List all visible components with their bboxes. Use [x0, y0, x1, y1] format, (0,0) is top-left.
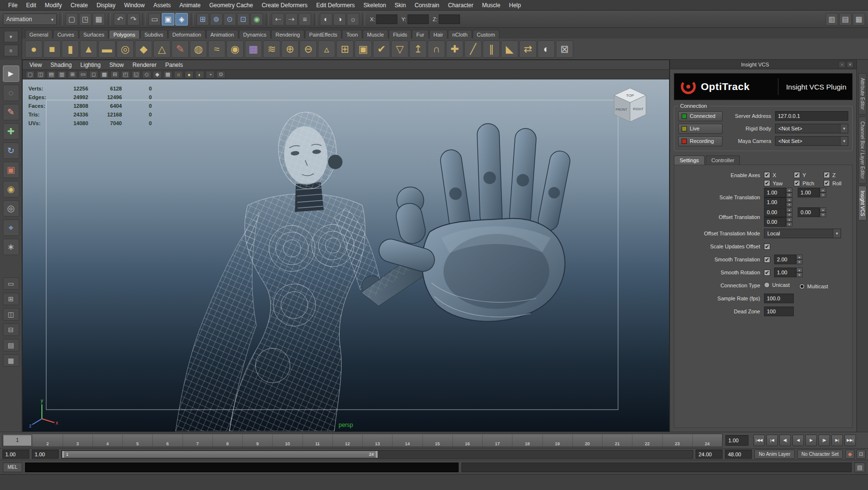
paint-select-tool-icon[interactable]: ✎ — [3, 104, 19, 120]
shelf-menu-icon[interactable]: ≡ — [4, 45, 18, 56]
viewport-menu-item[interactable]: Show — [105, 62, 128, 68]
spinner-down-icon[interactable] — [796, 259, 802, 264]
shelf-tab[interactable]: General — [25, 30, 53, 39]
booleans-icon[interactable]: ⊖ — [300, 40, 317, 58]
multicast-radio[interactable] — [799, 284, 805, 289]
plugin-tab[interactable]: Controller — [706, 155, 740, 165]
viewport-menu-item[interactable]: Panels — [161, 62, 187, 68]
sidebar-tab[interactable]: Insight VCS — [858, 186, 867, 221]
textured-cube-icon[interactable]: ▦ — [245, 40, 262, 58]
viewport-menu-item[interactable]: Lighting — [77, 62, 105, 68]
polygon-plane-icon[interactable]: ▬ — [98, 40, 116, 58]
coord-y-field[interactable] — [408, 14, 429, 24]
auto-keyframe-icon[interactable]: ◆ — [845, 450, 855, 459]
timeline-tick[interactable]: 24 — [692, 434, 722, 447]
render-current-frame-icon[interactable]: ◐ — [320, 13, 332, 26]
go-to-end-button[interactable]: ▶▶| — [844, 435, 856, 446]
reduce-icon[interactable]: ▽ — [391, 40, 408, 58]
timeline-tick[interactable]: 8 — [212, 434, 242, 447]
smooth-rotation-checkbox[interactable] — [764, 270, 770, 276]
menu-item[interactable]: File — [4, 0, 22, 11]
polygon-cylinder-icon[interactable]: ▮ — [62, 40, 79, 58]
current-frame-field[interactable] — [725, 435, 749, 446]
menu-set-dropdown[interactable]: Animation — [3, 13, 57, 25]
move-tool-icon[interactable]: ✚ — [3, 123, 19, 140]
playback-start-field[interactable] — [32, 450, 59, 459]
select-camera-icon[interactable]: ▢ — [26, 71, 35, 78]
connected-button[interactable]: Connected — [678, 111, 723, 121]
select-tool-icon[interactable]: ► — [3, 65, 19, 82]
range-track[interactable]: 1 24 — [61, 450, 693, 459]
checkbox[interactable] — [794, 180, 800, 186]
viewport-menu-item[interactable]: Shading — [47, 62, 76, 68]
polygon-sphere-icon[interactable]: ● — [25, 40, 42, 58]
menu-item[interactable]: Window — [120, 0, 149, 11]
toggle-tool-settings-icon[interactable]: ▤ — [839, 13, 852, 26]
no-lights-icon[interactable]: ○ — [174, 71, 183, 78]
coord-x-field[interactable] — [376, 14, 397, 24]
smooth-translation-field[interactable] — [774, 255, 796, 264]
single-pane-layout-icon[interactable]: ▭ — [3, 277, 19, 290]
undo-icon[interactable]: ↶ — [114, 13, 126, 26]
shelf-tab-selector-icon[interactable]: ▾ — [4, 31, 18, 42]
rigid-body-dropdown[interactable]: <Not Set> — [775, 124, 848, 133]
unicast-radio[interactable] — [764, 282, 770, 288]
spinner-down-icon[interactable] — [796, 272, 802, 277]
range-selection[interactable]: 1 24 — [62, 451, 378, 458]
offset-translation-mode-dropdown[interactable]: Local — [764, 229, 841, 238]
rotate-tool-icon[interactable]: ↻ — [3, 142, 19, 159]
menu-item[interactable]: Assets — [149, 0, 175, 11]
step-back-key-button[interactable]: ◀| — [779, 435, 791, 446]
render-settings-icon[interactable]: ☼ — [347, 13, 359, 26]
scale-tool-icon[interactable]: ▣ — [3, 162, 19, 178]
recording-button[interactable]: Recording — [678, 136, 723, 146]
timeline-tick[interactable]: 10 — [272, 434, 302, 447]
menu-item[interactable]: Help — [505, 0, 526, 11]
smooth-rotation-field[interactable] — [774, 268, 796, 277]
spinner-down-icon[interactable] — [786, 212, 792, 217]
viewport-menu-item[interactable]: View — [26, 62, 46, 68]
timeline-tick[interactable]: 13 — [362, 434, 392, 447]
menu-item[interactable]: Geometry Cache — [205, 0, 258, 11]
animation-end-field[interactable] — [725, 450, 752, 459]
redo-icon[interactable]: ↷ — [127, 13, 140, 26]
save-scene-icon[interactable]: ▦ — [92, 13, 105, 26]
menu-item[interactable]: Modify — [40, 0, 66, 11]
polygon-torus-icon[interactable]: ◎ — [117, 40, 134, 58]
timeline-tick[interactable]: 9 — [242, 434, 272, 447]
timeline-tick[interactable]: 16 — [452, 434, 482, 447]
dead-zone-field[interactable] — [764, 307, 794, 316]
maya-camera-dropdown[interactable]: <Not Set> — [775, 136, 848, 146]
all-lights-icon[interactable]: ● — [184, 71, 194, 78]
grid-icon[interactable]: ⊞ — [68, 71, 77, 78]
spinner-up-icon[interactable] — [796, 268, 802, 272]
shelf-tab[interactable]: Curves — [53, 30, 79, 39]
offset-translation-z-field[interactable] — [764, 217, 786, 227]
spinner-down-icon[interactable] — [820, 212, 826, 217]
menu-item[interactable]: Edit — [22, 0, 40, 11]
plugin-tab[interactable]: Settings — [674, 155, 705, 165]
play-backward-button[interactable]: ◀ — [792, 435, 804, 446]
play-forward-button[interactable]: ▶ — [805, 435, 817, 446]
shelf-tab[interactable]: PaintEffects — [305, 30, 342, 39]
render-globe-icon[interactable]: ◐ — [538, 40, 555, 58]
timeline-tick[interactable]: 2 — [32, 434, 62, 447]
timeline-tick[interactable]: 7 — [183, 434, 212, 447]
hypershade-persp-layout-icon[interactable]: ▤ — [3, 339, 19, 351]
spinner-buttons[interactable] — [786, 197, 792, 207]
spinner-buttons[interactable] — [820, 207, 826, 217]
spinner-buttons[interactable] — [796, 255, 802, 264]
menu-item[interactable]: Create Deformers — [257, 0, 312, 11]
current-frame-marker[interactable]: 1 — [3, 435, 32, 446]
coord-z-field[interactable] — [439, 14, 460, 24]
timeline-tick[interactable]: 12 — [332, 434, 362, 447]
timeline-strip[interactable]: 1 12345678910111213141516171819202122232… — [2, 434, 723, 447]
safe-action-icon[interactable]: ◰ — [121, 71, 130, 78]
scale-updates-offset-checkbox[interactable] — [764, 244, 770, 250]
view-cube[interactable]: TOP FRONT RIGHT — [611, 86, 649, 127]
timeline-tick[interactable]: 4 — [92, 434, 122, 447]
menu-item[interactable]: Display — [92, 0, 119, 11]
step-back-frame-button[interactable]: |◀ — [766, 435, 778, 446]
four-pane-layout-icon[interactable]: ⊞ — [3, 293, 19, 305]
sidebar-tab[interactable]: Channel Box / Layer Editor — [858, 116, 867, 184]
